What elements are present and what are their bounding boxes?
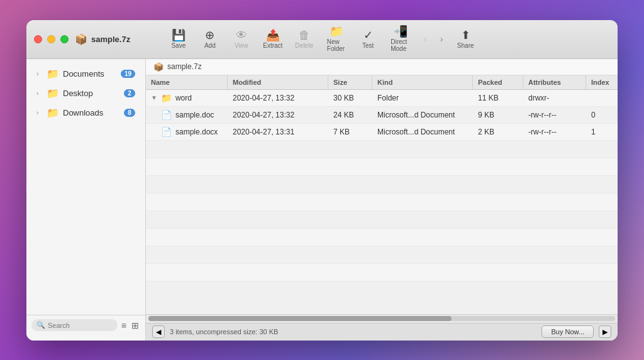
sidebar-item-desktop[interactable]: › 📁 Desktop 2: [30, 84, 142, 102]
toolbar: 💾 Save ⊕ Add 👁 View 📤 Extract 🗑 Delete: [164, 23, 480, 55]
icon-view-button[interactable]: ⊞: [130, 319, 140, 332]
new-folder-button[interactable]: 📁 New Folder: [321, 23, 352, 55]
file-kind: Folder: [372, 90, 473, 106]
docx-file-icon: 📄: [161, 127, 172, 137]
extract-label: Extract: [263, 42, 282, 49]
minimize-button[interactable]: [47, 35, 55, 43]
col-size[interactable]: Size: [328, 75, 372, 89]
delete-button[interactable]: 🗑 Delete: [289, 27, 319, 52]
table-row-empty: [146, 264, 618, 281]
list-view-button[interactable]: ≡: [120, 319, 128, 332]
col-index[interactable]: Index: [586, 75, 618, 89]
file-modified: 2020-04-27, 13:32: [228, 90, 328, 106]
main-window: 📦 sample.7z 💾 Save ⊕ Add 👁 View 📤 Extra: [26, 20, 618, 341]
file-modified: 2020-04-27, 13:32: [228, 107, 328, 123]
table-row-empty: [146, 176, 618, 194]
extract-icon: 📤: [266, 30, 280, 41]
file-modified: 2020-04-27, 13:31: [228, 124, 328, 139]
close-button[interactable]: [34, 35, 42, 43]
file-index: 0: [586, 107, 618, 123]
table-row-empty: [146, 246, 618, 264]
add-button[interactable]: ⊕ Add: [195, 27, 225, 52]
documents-badge: 19: [121, 70, 135, 78]
sidebar: › 📁 Documents 19 › 📁 Desktop 2 › 📁 Downl…: [26, 59, 146, 341]
file-attributes: drwxr-: [523, 90, 586, 106]
view-label: View: [235, 42, 248, 49]
sidebar-documents-label: Documents: [63, 69, 117, 79]
maximize-button[interactable]: [60, 35, 69, 43]
main-content: › 📁 Documents 19 › 📁 Desktop 2 › 📁 Downl…: [26, 59, 618, 341]
forward-button[interactable]: ›: [434, 31, 449, 46]
file-size: 30 KB: [328, 90, 372, 106]
direct-mode-button[interactable]: 📲 Direct Mode: [384, 23, 416, 55]
file-index: [586, 95, 618, 101]
delete-label: Delete: [295, 42, 313, 49]
traffic-lights: [34, 35, 69, 43]
file-name-cell: 📄 sample.doc: [146, 107, 228, 123]
file-name: sample.docx: [175, 128, 218, 136]
file-kind: Microsoft...d Document: [372, 107, 473, 123]
file-attributes: -rw-r--r--: [523, 107, 586, 123]
file-packed: 11 KB: [473, 90, 523, 106]
back-button[interactable]: ‹: [418, 31, 433, 46]
prev-nav-button[interactable]: ◀: [152, 325, 165, 338]
table-row-empty: [146, 194, 618, 211]
sidebar-item-downloads[interactable]: › 📁 Downloads 8: [30, 104, 142, 122]
col-modified[interactable]: Modified: [228, 75, 328, 89]
desktop-badge: 2: [124, 89, 135, 97]
search-box[interactable]: 🔍: [31, 319, 118, 331]
statusbar: ◀ 3 items, uncompressed size: 30 KB Buy …: [146, 323, 618, 341]
save-label: Save: [171, 42, 186, 49]
file-packed: 2 KB: [473, 124, 523, 139]
file-attributes: -rw-r--r--: [523, 124, 586, 139]
folder-icon: 📁: [47, 107, 59, 119]
scrollbar-track[interactable]: [148, 316, 615, 321]
sidebar-item-documents[interactable]: › 📁 Documents 19: [30, 65, 142, 83]
table-row[interactable]: 📄 sample.doc 2020-04-27, 13:32 24 KB Mic…: [146, 107, 618, 124]
chevron-right-icon: ›: [36, 90, 43, 97]
extract-button[interactable]: 📤 Extract: [258, 27, 288, 52]
file-index: 1: [586, 124, 618, 139]
horizontal-scrollbar[interactable]: [146, 314, 618, 323]
view-icon: 👁: [236, 30, 247, 41]
col-packed[interactable]: Packed: [473, 75, 523, 89]
col-name[interactable]: Name: [146, 75, 228, 89]
next-nav-button[interactable]: ▶: [599, 325, 611, 338]
chevron-right-icon: ›: [36, 109, 43, 116]
scrollbar-thumb[interactable]: [148, 316, 452, 321]
test-button[interactable]: ✓ Test: [353, 27, 383, 52]
table-row[interactable]: ▼ 📁 word 2020-04-27, 13:32 30 KB Folder …: [146, 90, 618, 107]
share-button[interactable]: ⬆ Share: [450, 27, 480, 52]
archive-icon: 📦: [75, 33, 87, 45]
table-header: Name Modified Size Kind Packed Attribute…: [146, 75, 618, 90]
direct-mode-icon: 📲: [394, 26, 408, 37]
test-label: Test: [362, 42, 374, 49]
table-row-empty: [146, 229, 618, 246]
file-name: sample.doc: [175, 111, 214, 119]
file-name: word: [175, 94, 192, 102]
nav-buttons: ‹ ›: [418, 31, 449, 46]
search-input[interactable]: [48, 322, 113, 329]
col-attributes[interactable]: Attributes: [523, 75, 586, 89]
chevron-right-icon: ›: [36, 70, 43, 77]
file-size: 24 KB: [328, 107, 372, 123]
file-area: 📦 sample.7z Name Modified Size Kind Pack…: [146, 59, 618, 341]
col-kind[interactable]: Kind: [372, 75, 473, 89]
downloads-badge: 8: [124, 109, 135, 117]
status-text: 3 items, uncompressed size: 30 KB: [170, 328, 536, 335]
breadcrumb: 📦 sample.7z: [146, 59, 618, 75]
titlebar: 📦 sample.7z 💾 Save ⊕ Add 👁 View 📤 Extra: [26, 20, 618, 59]
share-icon: ⬆: [461, 30, 470, 41]
sidebar-desktop-label: Desktop: [63, 89, 120, 98]
expand-icon[interactable]: ▼: [151, 94, 157, 101]
save-button[interactable]: 💾 Save: [164, 27, 194, 52]
doc-file-icon: 📄: [161, 110, 172, 120]
delete-icon: 🗑: [299, 30, 310, 41]
table-row-empty: [146, 141, 618, 158]
view-button[interactable]: 👁 View: [226, 27, 257, 52]
table-row[interactable]: 📄 sample.docx 2020-04-27, 13:31 7 KB Mic…: [146, 124, 618, 141]
save-icon: 💾: [172, 30, 186, 41]
file-kind: Microsoft...d Document: [372, 124, 473, 139]
buy-now-button[interactable]: Buy Now...: [541, 325, 594, 338]
folder-icon: 📁: [47, 87, 59, 99]
